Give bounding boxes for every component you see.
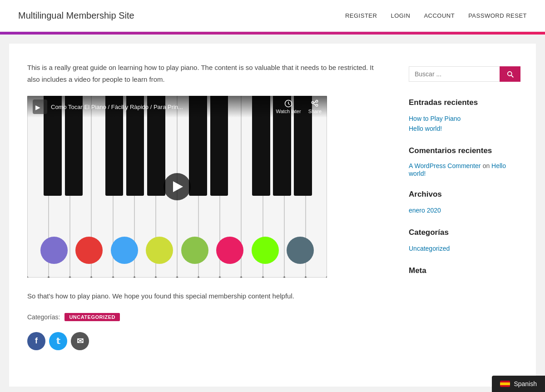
meta-section: Meta [409,266,518,275]
clock-icon [284,99,292,108]
intro-text: This is a really great guide on learning… [27,62,382,85]
main-wrapper: This is a really great guide on learning… [9,44,536,387]
recent-posts-title: Entradas recientes [409,98,518,107]
dot-bright-green [252,237,279,264]
categories-section: Categorías Uncategorized [409,228,518,253]
nav-register[interactable]: REGISTER [345,12,377,19]
share-action[interactable]: Share [308,99,322,114]
email-button[interactable]: ✉ [71,332,89,350]
comment-entry-0: A WordPress Commenter on Hello world! [409,162,518,177]
site-header: Multilingual Membership Site REGISTER LO… [0,0,545,32]
play-button[interactable] [164,173,191,200]
archives-section: Archivos enero 2020 [409,190,518,215]
video-top-bar: ▶ Como Tocar El Piano / Fàcil y Ràpido /… [27,96,327,118]
dot-red [75,237,103,264]
share-icon [311,99,319,108]
play-triangle-icon [173,181,183,192]
recent-comments-title: Comentarios recientes [409,146,518,155]
main-content: This is a really great guide on learning… [27,62,382,368]
sidebar: Entradas recientes How to Play Piano Hel… [409,62,518,368]
video-embed[interactable]: ▶ Como Tocar El Piano / Fàcil y Ràpido /… [27,96,327,278]
recent-comments-section: Comentarios recientes A WordPress Commen… [409,146,518,177]
colored-dots [27,237,327,264]
language-switcher[interactable]: Spanish [492,376,545,392]
watch-later-label: Watch later [276,109,301,114]
dot-light-green [181,237,208,264]
nav-login[interactable]: LOGIN [391,12,410,19]
main-nav: REGISTER LOGIN ACCOUNT PASSWORD RESET [345,12,527,19]
nav-account[interactable]: ACCOUNT [424,12,455,19]
dot-yellow-green [146,237,173,264]
search-widget [409,66,518,82]
youtube-icon: ▶ [33,99,47,114]
svg-text:▶: ▶ [35,104,40,111]
accent-bar [0,32,545,35]
twitter-button[interactable]: 𝕥 [49,332,67,350]
video-actions: Watch later Share [276,99,322,114]
search-input[interactable] [409,66,500,82]
facebook-button[interactable]: f [27,332,45,350]
search-button[interactable] [500,66,520,82]
site-title[interactable]: Multilingual Membership Site [18,10,134,21]
categories-label: Categorías: [27,313,60,321]
categories-title-sidebar: Categorías [409,228,518,237]
comment-on-0: on [483,162,491,169]
dot-purple [40,237,68,264]
video-title-area: ▶ Como Tocar El Piano / Fàcil y Ràpido /… [33,99,183,114]
watch-later-action[interactable]: Watch later [276,99,301,114]
spanish-flag-icon [500,381,510,387]
dot-steel-blue [287,237,314,264]
archive-0[interactable]: enero 2020 [409,205,518,215]
recent-post-1[interactable]: Hello world! [409,124,518,134]
language-label: Spanish [514,380,537,387]
flag-red-stripe-2 [500,385,510,387]
archives-title: Archivos [409,190,518,199]
video-title-text: Como Tocar El Piano / Fàcil y Ràpido / P… [51,104,183,110]
category-0[interactable]: Uncategorized [409,243,518,253]
social-icons: f 𝕥 ✉ [27,332,382,350]
categories-row: Categorías: UNCATEGORIZED [27,313,382,321]
dot-blue [111,237,138,264]
outro-text: So that's how to play piano. We hope you… [27,290,382,302]
uncategorized-badge[interactable]: UNCATEGORIZED [64,313,120,321]
recent-post-0[interactable]: How to Play Piano [409,114,518,124]
dot-pink [216,237,243,264]
nav-password-reset[interactable]: PASSWORD RESET [468,12,527,19]
search-icon [506,70,514,78]
share-label: Share [308,109,322,114]
recent-posts-section: Entradas recientes How to Play Piano Hel… [409,98,518,134]
meta-title: Meta [409,266,518,275]
